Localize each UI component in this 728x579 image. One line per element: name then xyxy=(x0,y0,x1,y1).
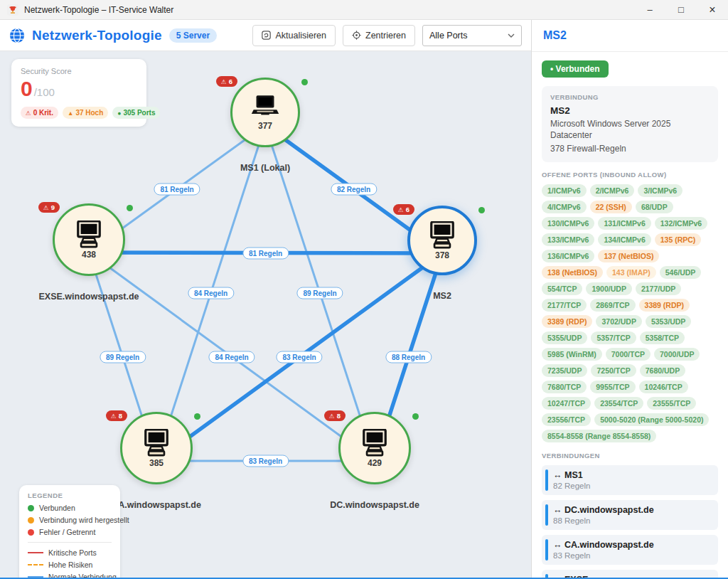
port-chip: 131/ICMPv6 xyxy=(598,217,651,230)
ports-filter-select[interactable]: Alle Ports xyxy=(422,25,522,46)
security-score-max: /100 xyxy=(34,86,55,98)
node-ms2[interactable]: 378 xyxy=(407,206,477,275)
port-chip: 10246/TCP xyxy=(639,381,688,393)
warning-badge-ms1: ⚠6 xyxy=(216,76,237,87)
edge-label-ms1-ca[interactable]: 84 Regeln xyxy=(188,287,234,299)
port-chip: 23554/TCP xyxy=(594,397,643,410)
legend-line-item: Normale Verbindung xyxy=(28,573,112,578)
connection-item[interactable]: ↔ EXSE81 Regeln xyxy=(542,570,718,578)
server-rule-count: 378 Firewall-Regeln xyxy=(550,143,710,154)
titlebar: Netzwerk-Topologie – IT-Service Walter –… xyxy=(0,0,728,20)
port-chip: 2177/TCP xyxy=(542,299,587,312)
port-chip: 2869/TCP xyxy=(590,299,635,312)
minimize-button[interactable]: – xyxy=(634,0,665,19)
node-dc[interactable]: 429 xyxy=(338,412,411,484)
app-icon xyxy=(7,4,18,16)
server-count-badge: 5 Server xyxy=(169,28,217,43)
server-os: Microsoft Windows Server 2025 Datacenter xyxy=(550,118,710,141)
port-chip: 137 (NetBIOS) xyxy=(598,250,659,262)
legend-status-item: Fehler / Getrennt xyxy=(28,528,112,536)
center-button[interactable]: Zentrieren xyxy=(343,25,415,46)
legend-line-item: Kritische Ports xyxy=(28,548,112,557)
port-chip: 138 (NetBIOS) xyxy=(542,266,603,279)
node-rule-count: 438 xyxy=(82,250,96,260)
port-chip: 132/ICMPv6 xyxy=(655,217,707,230)
connection-name: ↔ EXSE xyxy=(553,575,711,578)
connected-dot-exse xyxy=(127,205,133,211)
target-icon xyxy=(352,31,361,40)
node-rule-count: 429 xyxy=(368,458,382,468)
refresh-icon xyxy=(262,31,271,40)
legend-item-label: Verbunden xyxy=(39,504,75,512)
warning-icon: ⚠ xyxy=(43,204,49,211)
node-label-ms1: MS1 (Lokal) xyxy=(240,163,290,173)
connection-item[interactable]: ↔ CA.windowspapst.de83 Regeln xyxy=(542,535,718,565)
legend-item-label: Hohe Risiken xyxy=(48,561,92,569)
connection-rules: 83 Regeln xyxy=(553,551,711,560)
port-chip: 3389 (RDP) xyxy=(639,299,690,312)
port-chip: 7000/UDP xyxy=(654,348,700,361)
edge-label-ms1-dc[interactable]: 89 Regeln xyxy=(296,287,343,299)
port-chip: 7680/TCP xyxy=(542,381,587,393)
server-name: MS2 xyxy=(550,105,710,116)
status-badge: • Verbunden xyxy=(542,60,609,78)
legend-item-label: Kritische Ports xyxy=(48,548,97,557)
node-ca[interactable]: 385 xyxy=(120,412,193,484)
desktop-icon xyxy=(141,429,172,457)
edge-label-exse-dc[interactable]: 84 Regeln xyxy=(208,351,255,363)
edge-label-ms1-ms2[interactable]: 82 Regeln xyxy=(331,184,377,196)
desktop-icon xyxy=(427,221,458,250)
port-chip: 5357/TCP xyxy=(591,331,636,344)
connection-item[interactable]: ↔ MS182 Regeln xyxy=(542,465,718,495)
high-icon: ▲ xyxy=(68,110,73,117)
port-chip: 23556/TCP xyxy=(542,413,591,426)
node-rule-count: 385 xyxy=(149,458,164,468)
maximize-button[interactable]: □ xyxy=(665,0,697,19)
port-chip: 2/ICMPv6 xyxy=(590,184,635,197)
port-chip: 5985 (WinRM) xyxy=(542,348,602,361)
connection-name: ↔ DC.windowspapst.de xyxy=(553,505,711,515)
edge-label-ca-dc[interactable]: 83 Regeln xyxy=(242,455,289,467)
status-dot-icon xyxy=(28,517,34,524)
port-chip: 546/UDP xyxy=(660,266,702,279)
node-label-ms2: MS2 xyxy=(433,291,451,301)
connected-dot-ms2 xyxy=(478,207,485,213)
port-chip: 7000/TCP xyxy=(606,348,651,361)
port-chip: 4/ICMPv6 xyxy=(542,201,587,213)
warning-badge-ca: ⚠8 xyxy=(106,410,127,421)
edge-label-ms1-exse[interactable]: 81 Regeln xyxy=(154,183,200,195)
node-rule-count: 377 xyxy=(258,121,272,131)
refresh-button[interactable]: Aktualisieren xyxy=(252,25,336,46)
topology-canvas[interactable]: 81 Regeln82 Regeln84 Regeln89 Regeln81 R… xyxy=(0,51,531,578)
port-chip: 1900/UDP xyxy=(586,282,631,295)
port-chip: 68/UDP xyxy=(636,201,673,213)
warning-badge-exse: ⚠9 xyxy=(38,202,60,213)
edge-label-exse-ca[interactable]: 89 Regeln xyxy=(100,351,146,363)
connection-name: ↔ MS1 xyxy=(553,470,711,480)
port-chip: 7680/UDP xyxy=(640,364,685,377)
legend-line-item: Hohe Risiken xyxy=(28,561,112,569)
port-chip: 9955/TCP xyxy=(590,381,635,393)
security-pill-ports: ●305 Ports xyxy=(112,107,160,119)
edge-label-ms2-ca[interactable]: 83 Regeln xyxy=(276,351,322,363)
port-chip: 134/ICMPv6 xyxy=(598,233,651,246)
legend-title: LEGENDE xyxy=(28,492,112,499)
warning-icon: ⚠ xyxy=(398,206,404,213)
port-chip: 5358/TCP xyxy=(640,331,685,344)
node-ms1[interactable]: 377 xyxy=(230,78,300,147)
connected-dot-ms1 xyxy=(301,79,308,85)
legend-item-label: Fehler / Getrennt xyxy=(39,528,95,536)
edge-label-exse-ms2[interactable]: 81 Regeln xyxy=(242,247,289,259)
desktop-icon xyxy=(73,221,105,249)
connection-item[interactable]: ↔ DC.windowspapst.de88 Regeln xyxy=(542,500,718,530)
connection-rules: 82 Regeln xyxy=(553,482,711,490)
close-button[interactable]: × xyxy=(697,0,728,19)
node-exse[interactable]: 438 xyxy=(53,203,125,276)
security-score-card: Security Score 0 /100 ⚠0 Krit.▲37 Hoch●3… xyxy=(11,59,146,127)
port-chip: 10247/TCP xyxy=(542,397,591,410)
warning-icon: ⚠ xyxy=(329,413,335,420)
port-chip: 133/ICMPv6 xyxy=(542,233,594,246)
edge-label-ms2-dc[interactable]: 88 Regeln xyxy=(385,351,432,363)
port-chip: 23555/TCP xyxy=(647,397,696,410)
connection-rules: 88 Regeln xyxy=(553,516,711,525)
